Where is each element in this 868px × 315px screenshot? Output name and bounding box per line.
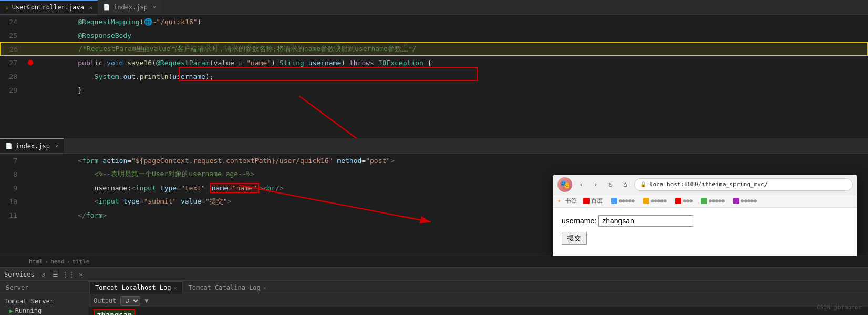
tab-tomcat-localhost[interactable]: Tomcat Localhost Log ✕ [89, 281, 183, 294]
line-num-29: 29 [0, 86, 24, 94]
output-content: zhangsan [89, 307, 868, 315]
line-num-11: 11 [0, 211, 24, 219]
services-list-btn[interactable]: ☰ [50, 269, 61, 280]
running-label: Running [15, 307, 42, 314]
line-num-10: 10 [0, 198, 24, 206]
catalina-tab-close[interactable]: ✕ [263, 285, 266, 291]
bookmarks-bar: ★ 书签 百度 ●●●●● ●●●●● ●●● ●●●●● [553, 194, 857, 208]
console-output: zhangsan [94, 309, 135, 315]
breadcrumb-html: html [29, 258, 43, 265]
baidu-icon [583, 198, 590, 204]
bookmark-2[interactable]: ●●●●● [609, 197, 637, 205]
jsp-tab-close[interactable]: ✕ [153, 4, 156, 10]
breadcrumb-sep1: › [45, 258, 49, 265]
line-num-24: 24 [0, 18, 24, 26]
form-username-row: username: [562, 215, 849, 227]
services-refresh-btn[interactable]: ↺ [38, 269, 48, 280]
server-tree: Server Tomcat Server ▶ Running 🐱 Tomcat … [0, 281, 89, 315]
tomcat-server-item[interactable]: Tomcat Server [0, 294, 89, 306]
line-content-29: } [37, 78, 868, 102]
java-icon: ☕ [5, 4, 9, 11]
tab-catalina-label: Tomcat Catalina Log [189, 284, 261, 291]
form-submit-row: 提交 [562, 232, 849, 245]
jsp-tab-close2[interactable]: ✕ [55, 143, 58, 149]
browser-content: username: 提交 [553, 208, 857, 256]
services-right: Tomcat Localhost Log ✕ Tomcat Catalina L… [89, 281, 868, 315]
jsp-icon: 📄 [103, 4, 110, 11]
output-dropdown[interactable]: D [120, 296, 140, 306]
url-text: localhost:8080/itheima_spring_mvc/ [649, 181, 768, 188]
browser-forward[interactable]: › [590, 179, 602, 190]
jsp-icon2: 📄 [5, 143, 13, 149]
services-panel: Services ↺ ☰ ⋮⋮ » Server Tomcat Server ▶… [0, 267, 868, 315]
bm2-icon [611, 198, 617, 204]
bm3-label: ●●●●● [651, 198, 667, 204]
java-code-area: 24 @RequestMapping(🌐~"/quick16") 25 @Res… [0, 15, 868, 138]
tab-jsp[interactable]: 📄 index.jsp ✕ [98, 0, 161, 14]
bookmark-3[interactable]: ●●●●● [641, 197, 669, 205]
jsp-tab-bar: 📄 index.jsp ✕ [0, 138, 868, 153]
line-content-27: public void save16(@RequestParam(value =… [37, 51, 868, 75]
bm3-icon [643, 198, 649, 204]
line-num-7: 7 [0, 157, 24, 165]
address-bar[interactable]: 🔒 localhost:8080/itheima_spring_mvc/ [634, 178, 853, 191]
bookmark-baidu-label: 百度 [591, 197, 603, 205]
java-tab-close[interactable]: ✕ [89, 5, 92, 11]
bm6-label: ●●●●● [741, 198, 757, 204]
services-label: Services [4, 271, 35, 278]
services-more-btn[interactable]: » [76, 269, 86, 280]
bookmark-4[interactable]: ●●● [673, 197, 695, 205]
svg-line-1 [299, 96, 399, 138]
tab-java[interactable]: ☕ UserController.java ✕ [0, 0, 98, 14]
output-tabs: Tomcat Localhost Log ✕ Tomcat Catalina L… [89, 281, 868, 294]
tab-server-label: Server [6, 284, 28, 291]
browser-avatar: 🎭 [557, 177, 572, 192]
browser-refresh[interactable]: ↻ [605, 179, 616, 190]
tab-jsp-active[interactable]: 📄 index.jsp ✕ [0, 138, 64, 153]
bookmark-baidu[interactable]: 百度 [581, 196, 605, 205]
browser-username-label: username: [562, 217, 596, 225]
play-icon: ▶ [9, 308, 13, 314]
java-tab-label: UserController.java [12, 4, 84, 11]
code-line-27: 27 public void save16(@RequestParam(valu… [0, 56, 868, 69]
tab-tomcat-catalina[interactable]: Tomcat Catalina Log ✕ [183, 281, 272, 294]
services-tabs: Server [0, 281, 89, 294]
browser-window: 🎭 ‹ › ↻ ⌂ 🔒 localhost:8080/itheima_sprin… [553, 175, 857, 256]
breakpoint-dot[interactable] [28, 60, 33, 65]
localhost-tab-close[interactable]: ✕ [174, 285, 177, 291]
gutter-27 [24, 59, 37, 67]
browser-chrome: 🎭 ‹ › ↻ ⌂ 🔒 localhost:8080/itheima_sprin… [553, 175, 857, 194]
tomcat-server-label: Tomcat Server [4, 298, 54, 305]
browser-username-input[interactable] [598, 215, 693, 227]
bm4-icon [675, 198, 681, 204]
breadcrumb-title: title [72, 258, 89, 265]
tab-bar: ☕ UserController.java ✕ 📄 index.jsp ✕ [0, 0, 868, 15]
bm6-icon [733, 198, 739, 204]
jsp-tab-label2: index.jsp [16, 143, 50, 150]
services-grid-btn[interactable]: ⋮⋮ [63, 269, 74, 280]
line-num-28: 28 [0, 73, 24, 80]
browser-submit-button[interactable]: 提交 [562, 232, 587, 245]
bookmark-6[interactable]: ●●●●● [731, 197, 759, 205]
services-header: Services ↺ ☰ ⋮⋮ » [0, 268, 868, 281]
line-num-27: 27 [0, 59, 24, 67]
browser-home[interactable]: ⌂ [619, 179, 631, 190]
output-header: Output D ▼ [89, 294, 868, 307]
browser-back[interactable]: ‹ [575, 179, 587, 190]
csdn-text: CSDN @bfhonor [817, 304, 862, 311]
breadcrumb-head: head [50, 258, 65, 265]
running-item: ▶ Running [0, 306, 89, 315]
breadcrumb: html › head › title [0, 256, 868, 267]
bookmark-star-icon: ★ [557, 197, 561, 204]
line-num-25: 25 [0, 32, 24, 39]
code-line-29: 29 } [0, 83, 868, 97]
line-num-9: 9 [0, 184, 24, 192]
jsp-tab-label: index.jsp [113, 4, 148, 11]
output-label: Output [94, 297, 116, 304]
bm2-label: ●●●●● [619, 198, 635, 204]
bookmark-5[interactable]: ●●●●● [699, 197, 727, 205]
services-tab-server[interactable]: Server [0, 281, 34, 294]
jsp-code-area: 7 <form action="${pageContext.request.co… [0, 153, 868, 256]
services-toolbar: ↺ ☰ ⋮⋮ » [38, 269, 86, 280]
output-dropdown-arrow: ▼ [144, 297, 148, 304]
